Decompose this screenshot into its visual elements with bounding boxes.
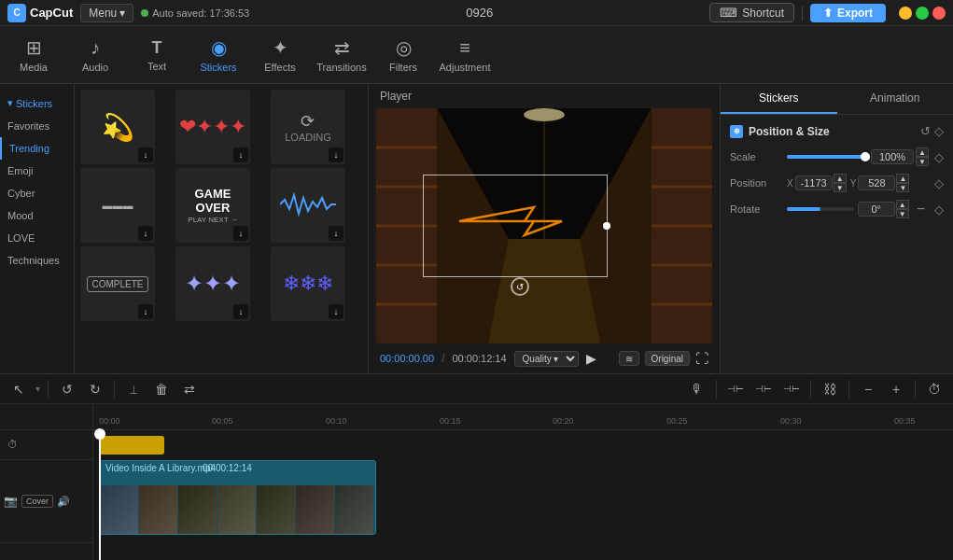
download-icon-9[interactable]: ↓	[329, 304, 343, 319]
y-down-btn[interactable]: ▼	[896, 183, 909, 192]
sidebar-item-favorites[interactable]: Favorites	[0, 115, 74, 137]
timeline: ↖ ▾ ↺ ↻ ⟂ 🗑 ⇄ 🎙 ⊣⊢ ⊣⊢ ⊣⊢ ⛓ − + ⏱	[0, 373, 953, 560]
sticker-clip[interactable]	[99, 436, 164, 455]
download-icon-2[interactable]: ↓	[233, 147, 248, 162]
scale-stepper-up[interactable]: ▲ ▼	[916, 147, 929, 166]
sidebar-item-techniques[interactable]: Techniques	[0, 249, 74, 272]
timeline-empty-track	[93, 544, 953, 560]
download-icon-8[interactable]: ↓	[233, 304, 248, 319]
fullscreen-button[interactable]: ⛶	[695, 351, 708, 366]
zoom-in-button[interactable]: +	[885, 378, 907, 400]
rotate-down-btn[interactable]: ▼	[896, 209, 909, 218]
record-button[interactable]: 🎙	[686, 378, 708, 400]
sticker-item-1[interactable]: 💫 ↓	[80, 90, 155, 164]
split-button[interactable]: ⟂	[122, 378, 145, 400]
scale-slider-thumb[interactable]	[861, 152, 870, 161]
sticker-item-5[interactable]: GAME OVER PLAY NEXT → ↓	[175, 168, 250, 243]
keyframe-button[interactable]: ◇	[934, 124, 944, 138]
download-icon-4[interactable]: ↓	[138, 226, 153, 241]
reset-section-button[interactable]: ↺	[920, 124, 931, 138]
shortcut-button[interactable]: ⌨ Shortcut	[709, 3, 794, 22]
x-input[interactable]	[795, 175, 833, 190]
auto-save-text: Auto saved: 17:36:53	[152, 7, 249, 19]
timeline-empty-track-header	[0, 543, 92, 560]
toolbar-item-filters[interactable]: ◎ Filters	[373, 29, 433, 81]
scale-row: Scale ▲ ▼ ◇	[730, 147, 944, 166]
undo-button[interactable]: ↺	[56, 378, 78, 400]
sticker-item-3[interactable]: ⟳ LOADING ↓	[271, 90, 345, 164]
link-button[interactable]: ⛓	[819, 378, 841, 400]
sidebar-item-mood[interactable]: Mood	[0, 204, 74, 227]
tab-stickers[interactable]: Stickers	[721, 84, 837, 114]
download-icon-1[interactable]: ↓	[138, 147, 153, 162]
snap-right-button[interactable]: ⊣⊢	[780, 378, 803, 400]
export-button[interactable]: ⬆ Export	[810, 4, 886, 22]
player-canvas: ↺	[376, 108, 712, 343]
download-icon-6[interactable]: ↓	[329, 226, 343, 241]
sidebar-item-cyber[interactable]: Cyber	[0, 182, 74, 204]
position-reset-button[interactable]: ◇	[934, 176, 944, 190]
x-up-btn[interactable]: ▲	[834, 174, 847, 183]
right-panel-tabs: Stickers Animation	[721, 84, 953, 115]
download-icon-5[interactable]: ↓	[233, 226, 248, 241]
sticker-content-7: COMPLETE	[87, 276, 147, 292]
play-button[interactable]: ▶	[586, 351, 596, 366]
rotate-up-btn[interactable]: ▲	[896, 200, 909, 209]
menu-button[interactable]: Menu ▾	[80, 4, 133, 22]
toolbar-item-effects[interactable]: ✦ Effects	[250, 29, 310, 81]
scale-up-btn[interactable]: ▲	[916, 147, 929, 157]
sticker-item-4[interactable]: ▬▬▬ ↓	[80, 168, 155, 243]
video-clip[interactable]: Video Inside A Library.mp4 00:00:12:14	[99, 460, 376, 535]
select-tool-button[interactable]: ↖	[7, 378, 30, 400]
scale-down-btn[interactable]: ▼	[916, 157, 929, 166]
x-down-btn[interactable]: ▼	[834, 183, 847, 192]
app-logo: C CapCut	[7, 4, 73, 22]
download-icon-7[interactable]: ↓	[138, 304, 153, 319]
quality-select[interactable]: Quality ▾ Auto 720p 1080p	[514, 351, 579, 367]
rotate-slider[interactable]	[787, 207, 854, 211]
duration-button[interactable]: ⏱	[923, 378, 946, 400]
close-button[interactable]	[932, 7, 946, 20]
tab-animation[interactable]: Animation	[837, 84, 954, 114]
y-up-btn[interactable]: ▲	[896, 174, 909, 183]
rotate-reset-button[interactable]: ◇	[934, 203, 944, 217]
snap-mid-button[interactable]: ⊣⊢	[752, 378, 775, 400]
video-clip-label: Video Inside A Library.mp4	[105, 463, 216, 473]
rotate-minus-button[interactable]: −	[913, 201, 929, 217]
sidebar-item-emoji[interactable]: Emoji	[0, 160, 74, 182]
scale-reset-button[interactable]: ◇	[934, 150, 944, 164]
toolbar-item-media[interactable]: ⊞ Media	[4, 29, 63, 81]
sticker-item-8[interactable]: ✦✦✦ ↓	[175, 246, 250, 321]
player-area: Player	[369, 84, 720, 373]
zoom-out-button[interactable]: −	[857, 378, 879, 400]
cover-button[interactable]: Cover	[21, 495, 53, 508]
toolbar-sep-4	[810, 380, 811, 399]
delete-button[interactable]: 🗑	[150, 378, 173, 400]
sticker-item-2[interactable]: ❤✦✦✦ ↓	[175, 90, 250, 164]
redo-button[interactable]: ↻	[84, 378, 106, 400]
toolbar-item-audio[interactable]: ♪ Audio	[65, 29, 125, 81]
waveform-button[interactable]: ≋	[619, 351, 639, 366]
sticker-item-6[interactable]: ↓	[271, 168, 345, 243]
toolbar-item-adjustment[interactable]: ≡ Adjustment	[435, 29, 495, 81]
download-icon-3[interactable]: ↓	[329, 147, 343, 162]
maximize-button[interactable]	[916, 7, 929, 20]
scale-input[interactable]	[871, 149, 914, 164]
toolbar-item-text[interactable]: T Text	[127, 29, 187, 81]
original-button[interactable]: Original	[645, 351, 690, 366]
minimize-button[interactable]	[899, 7, 912, 20]
y-input-group: ▲ ▼	[858, 174, 909, 192]
sticker-item-9[interactable]: ❄❄❄ ↓	[271, 246, 345, 321]
toolbar-item-stickers[interactable]: ◉ Stickers	[189, 29, 248, 81]
sidebar-item-love[interactable]: LOVE	[0, 227, 74, 249]
mirror-button[interactable]: ⇄	[178, 378, 201, 400]
y-input[interactable]	[858, 175, 895, 190]
tab-animation-label: Animation	[870, 91, 919, 105]
scale-slider[interactable]	[787, 155, 865, 159]
rotate-input[interactable]	[858, 202, 895, 217]
toolbar-item-transitions[interactable]: ⇄ Transitions	[312, 29, 371, 81]
sticker-item-7[interactable]: COMPLETE ↓	[80, 246, 155, 321]
sidebar-item-trending[interactable]: Trending	[0, 137, 74, 160]
snap-left-button[interactable]: ⊣⊢	[724, 378, 747, 400]
playhead[interactable]	[99, 430, 101, 560]
